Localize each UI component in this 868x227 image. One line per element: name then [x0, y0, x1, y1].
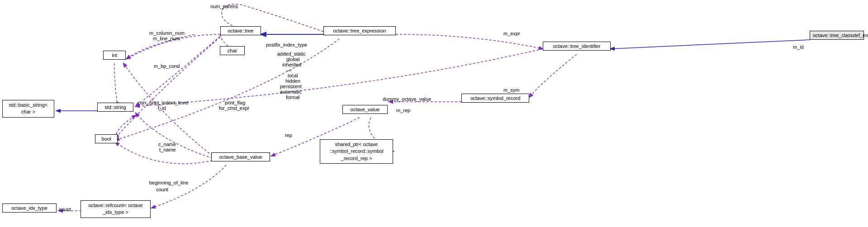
label-m-expr: m_expr [503, 31, 520, 36]
node-octave-tree-classdef-enum: octave::tree_classdef_enum [810, 31, 864, 40]
label-t-name: t_name [159, 147, 176, 152]
label-hidden: hidden [285, 78, 300, 84]
label-m-column-num: m_column_num [149, 30, 185, 36]
label-dash: — [286, 67, 291, 73]
label-print-flag: print_flag [225, 100, 245, 105]
node-std-basic-string: std::basic_string<char > [2, 100, 54, 118]
label-formal: formal [286, 95, 300, 100]
label-m-line-num: m_line_num [153, 36, 180, 41]
node-octave-base-value: octave_base_value [211, 152, 270, 161]
label-c-name: c_name [158, 142, 176, 147]
node-octave-tree-identifier: octave::tree_identifier [543, 42, 611, 51]
label-dummy-octave-value: dummy_octave_value [383, 96, 431, 102]
node-octave-tree-expression: octave::tree_expression [323, 26, 396, 35]
label-beginning-of-line: beginning_of_line [149, 180, 188, 185]
label-local: local [288, 73, 298, 78]
diagram-container: octave::tree_classdef_enum octave::tree_… [0, 0, 868, 227]
node-octave-refcount: octave::refcount< octave_idx_type > [81, 200, 151, 218]
label-m-bp-cond: m_bp_cond [154, 63, 180, 69]
label-curr-print-indent-level: curr_print_indent_level [138, 100, 188, 105]
label-rep: rep [285, 132, 292, 138]
node-octave-symbol-record: octave::symbol_record [461, 94, 529, 103]
node-octave-idx-type: octave_idx_type [2, 203, 57, 213]
label-global: global [286, 57, 299, 62]
label-postfix-index-type: postfix_index_type [266, 42, 307, 47]
node-bool: bool [95, 134, 118, 143]
label-count: count [156, 187, 168, 192]
node-octave-value: octave_value [342, 105, 388, 114]
label-count-arrow: count [59, 207, 71, 212]
label-persistent: persistent [280, 84, 302, 89]
node-shared-ptr: shared_ptr< octave::symbol_record::symbo… [320, 139, 393, 164]
label-automatic: automatic [280, 89, 302, 95]
label-m-rep: m_rep [396, 108, 410, 113]
label-t-id: t_id [158, 105, 166, 111]
label-for-cmd-expr: for_cmd_expr [219, 105, 249, 111]
label-m-sym: m_sym [503, 87, 519, 93]
node-octave-tree: octave::tree [220, 26, 261, 35]
label-added-static: added_static [277, 51, 305, 57]
node-int: int [103, 51, 126, 60]
node-char: char [220, 46, 245, 55]
svg-line-1 [611, 40, 810, 49]
label-inherited: inherited [282, 62, 301, 67]
diagram-arrows [0, 0, 868, 227]
label-num-parens: num_parens [210, 4, 238, 9]
node-std-string: std::string [97, 103, 133, 112]
label-m-id: m_id [793, 44, 804, 50]
